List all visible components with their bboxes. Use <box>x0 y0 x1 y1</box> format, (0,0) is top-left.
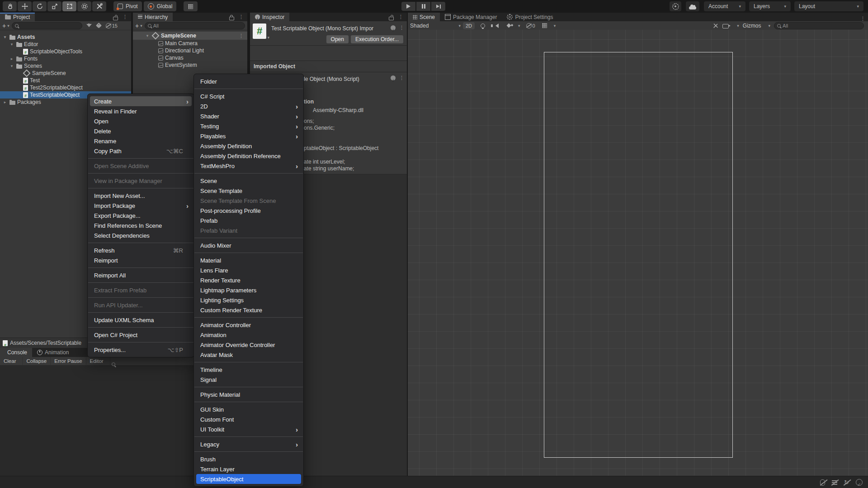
create-menu-item[interactable]: Brush <box>194 454 303 464</box>
background-tasks-icon[interactable] <box>856 479 863 486</box>
create-menu-item[interactable]: Custom Render Texture <box>194 305 303 315</box>
project-tree-row[interactable]: ▾ Assets <box>0 33 131 41</box>
account-dropdown[interactable]: Account▾ <box>704 1 745 11</box>
chevron-down-icon[interactable]: ▾ <box>7 23 9 28</box>
context-menu-item[interactable]: Copy Path ⌥⌘C <box>88 146 194 156</box>
chevron-down-icon[interactable]: ▾ <box>140 23 142 28</box>
scene-dock-tab[interactable]: Project Settings <box>502 13 558 21</box>
create-menu-item[interactable]: UI Toolkit › <box>194 424 303 434</box>
tools-icon[interactable] <box>712 23 719 29</box>
context-menu-item[interactable]: Properties... ⌥⇧P <box>88 345 194 355</box>
cache-server-status-icon[interactable] <box>832 480 837 485</box>
camera-icon[interactable] <box>722 24 729 28</box>
expander-icon[interactable]: ▸ <box>9 56 14 61</box>
console-button[interactable]: Clear <box>0 357 23 365</box>
expander-icon[interactable]: ▾ <box>9 42 14 47</box>
pause-button[interactable] <box>416 2 430 11</box>
create-menu-item[interactable]: Folder <box>194 76 303 86</box>
context-menu-item[interactable]: Delete <box>88 126 194 136</box>
context-menu-item[interactable]: Reimport All <box>88 270 194 280</box>
hidden-packages-toggle[interactable]: 15 <box>106 23 118 28</box>
unlock-icon[interactable] <box>113 17 118 20</box>
create-menu-item[interactable]: Assembly Definition <box>194 141 303 151</box>
hierarchy-scene-row[interactable]: ▾ SampleScene ⋮ <box>133 32 247 40</box>
create-menu-item[interactable]: Audio Mixer <box>194 240 303 250</box>
grid-snapping-button[interactable] <box>184 1 198 11</box>
context-menu-item[interactable]: Open C# Project <box>88 330 194 340</box>
context-menu-item[interactable]: Import New Asset... <box>88 191 194 201</box>
hierarchy-search-input[interactable]: All <box>145 22 245 29</box>
create-menu-item[interactable]: Lens Flare <box>194 265 303 275</box>
create-asset-button[interactable]: + <box>2 23 6 29</box>
create-menu-item[interactable]: Terrain Layer <box>194 464 303 474</box>
transform-tool-button[interactable] <box>77 1 91 11</box>
context-menu-item[interactable]: Find References In Scene <box>88 221 194 230</box>
tab-project[interactable]: Project <box>0 13 35 21</box>
console-dock-tab[interactable]: Console <box>0 348 32 357</box>
expander-icon[interactable]: ▾ <box>145 33 150 38</box>
kebab-icon[interactable]: ⋮ <box>399 75 404 80</box>
scene-dock-tab[interactable]: Scene <box>408 13 440 21</box>
create-menu-item[interactable]: Timeline <box>194 365 303 375</box>
project-tree-row[interactable]: SampleScene <box>0 70 131 77</box>
create-menu-item[interactable]: Playables › <box>194 131 303 141</box>
pivot-toggle[interactable]: Pivot <box>113 1 142 11</box>
project-tree-row[interactable]: ▾ Scenes <box>0 62 131 70</box>
layout-dropdown[interactable]: Layout▾ <box>794 1 863 11</box>
create-menu-item[interactable]: Scene <box>194 176 303 186</box>
create-menu-item[interactable]: C# Script <box>194 91 303 101</box>
hand-tool-button[interactable] <box>3 1 17 11</box>
create-menu-item[interactable]: Prefab <box>194 216 303 225</box>
context-menu-item[interactable]: Open <box>88 116 194 126</box>
project-search-input[interactable] <box>12 22 82 29</box>
context-menu-item[interactable]: Run API Updater... <box>88 300 194 310</box>
create-menu-item[interactable]: ScriptableObject <box>196 474 301 484</box>
create-menu-item[interactable]: Avatar Mask <box>194 350 303 360</box>
expander-icon[interactable]: ▾ <box>2 35 8 39</box>
create-menu-item[interactable]: Animator Override Controller <box>194 340 303 350</box>
chevron-down-icon[interactable]: ▾ <box>554 23 556 28</box>
context-menu-item[interactable]: Create › <box>90 96 192 106</box>
debugger-status-icon[interactable] <box>820 479 825 486</box>
context-menu-item[interactable]: Update UXML Schema <box>88 315 194 325</box>
step-button[interactable] <box>431 2 445 11</box>
console-dock-tab[interactable]: Animation <box>32 348 74 357</box>
scene-lighting-icon[interactable] <box>481 23 485 28</box>
context-menu-item[interactable]: Extract From Prefab <box>88 285 194 295</box>
custom-tool-button[interactable] <box>92 1 106 11</box>
hierarchy-row[interactable]: EventSystem <box>133 61 247 69</box>
hierarchy-row[interactable]: Canvas <box>133 54 247 61</box>
console-search-icon[interactable] <box>112 362 115 366</box>
scene-visibility-toggle[interactable]: 0 <box>526 23 535 28</box>
project-tree-row[interactable]: ▾ Editor <box>0 41 131 48</box>
context-menu-item[interactable]: Export Package... <box>88 211 194 221</box>
chevron-down-icon[interactable]: ▾ <box>518 23 520 28</box>
kebab-icon[interactable]: ⋮ <box>860 16 865 21</box>
create-menu-item[interactable]: 2D › <box>194 101 303 111</box>
play-button[interactable] <box>401 2 415 11</box>
scene-grid-icon[interactable] <box>542 23 547 28</box>
context-menu-item[interactable]: Select Dependencies <box>88 230 194 240</box>
create-menu-item[interactable]: Scene Template <box>194 186 303 196</box>
kebab-icon[interactable]: ⋮ <box>123 14 127 19</box>
create-object-button[interactable]: + <box>135 23 139 29</box>
filter-by-type-icon[interactable] <box>86 24 92 27</box>
context-menu-item[interactable]: Open Scene Additive <box>88 161 194 171</box>
console-button[interactable]: Editor <box>86 357 110 365</box>
kebab-icon[interactable]: ⋮ <box>239 14 244 19</box>
help-icon[interactable] <box>391 75 396 80</box>
global-toggle[interactable]: Global <box>144 1 177 11</box>
project-tree-row[interactable]: ▸ Fonts <box>0 55 131 62</box>
scene-effects-icon[interactable] <box>507 23 511 28</box>
create-menu-item[interactable]: Shader › <box>194 111 303 121</box>
create-menu-item[interactable]: Legacy › <box>194 439 303 449</box>
create-menu-item[interactable]: TextMeshPro › <box>194 161 303 171</box>
console-button[interactable]: Collapse <box>23 357 51 365</box>
project-tree-row[interactable]: Test2ScriptableObject <box>0 84 131 91</box>
kebab-icon[interactable]: ⋮ <box>399 25 404 30</box>
gizmos-dropdown[interactable]: Gizmos ▾ <box>743 23 770 29</box>
create-menu-item[interactable]: Animator Controller <box>194 320 303 330</box>
create-menu-item[interactable]: Post-processing Profile <box>194 206 303 216</box>
kebab-icon[interactable]: ⋮ <box>398 14 403 19</box>
create-menu-item[interactable]: Animation <box>194 330 303 340</box>
